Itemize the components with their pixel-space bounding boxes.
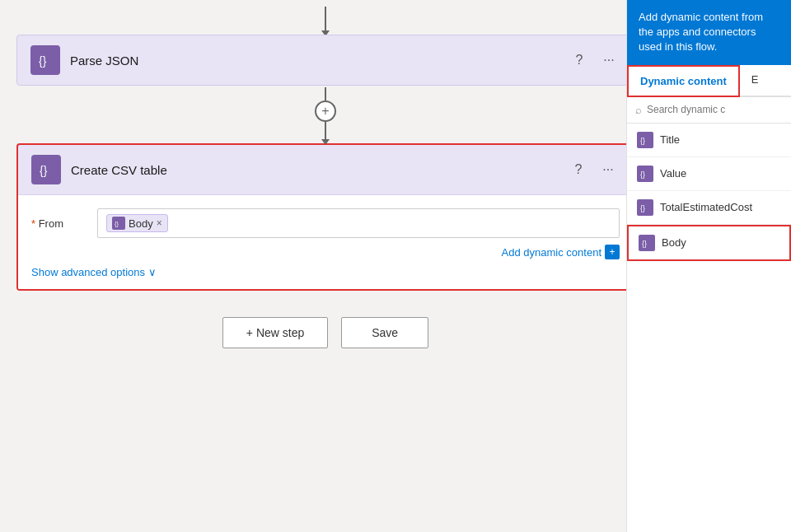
panel-search-box[interactable]: ⌕: [627, 97, 791, 124]
value-item-label: Value: [660, 167, 686, 180]
parse-json-icon: {}: [30, 45, 60, 75]
new-step-label: + New step: [246, 326, 304, 339]
parse-json-actions: ? ···: [568, 49, 620, 72]
required-star: *: [31, 217, 39, 230]
from-label: * From: [31, 217, 97, 230]
right-panel: Add dynamic content from the apps and co…: [626, 0, 791, 532]
title-item-icon: {}: [637, 132, 653, 148]
create-csv-card: {} Create CSV table ? ··· * From: [16, 143, 634, 291]
title-item-label: Title: [660, 133, 680, 146]
panel-item-value[interactable]: {} Value: [627, 157, 791, 191]
chevron-down-icon: ∨: [148, 266, 157, 278]
svg-text:{}: {}: [115, 220, 119, 227]
save-label: Save: [372, 326, 398, 339]
more-icon-csv: ···: [602, 162, 613, 177]
panel-item-title[interactable]: {} Title: [627, 124, 791, 157]
panel-item-totalestimatedcost[interactable]: {} TotalEstimatedCost: [627, 191, 791, 225]
save-button[interactable]: Save: [341, 317, 428, 348]
create-csv-title: Create CSV table: [71, 163, 567, 177]
body-braces-icon-panel: {}: [642, 238, 652, 248]
svg-text:{}: {}: [39, 54, 47, 68]
body-token-close-button[interactable]: ×: [157, 217, 162, 229]
tab-dynamic-content[interactable]: Dynamic content: [627, 65, 740, 97]
connector-line-top: [325, 87, 326, 100]
add-dynamic-content-link[interactable]: Add dynamic content +: [31, 245, 620, 263]
tab-expression[interactable]: E: [740, 65, 770, 97]
body-item-icon: {}: [639, 235, 655, 251]
parse-json-card: {} Parse JSON ? ···: [16, 35, 634, 86]
parse-json-more-button[interactable]: ···: [597, 49, 620, 72]
tab-expression-label: E: [751, 73, 759, 86]
add-dynamic-label: Add dynamic content: [502, 246, 601, 259]
value-braces-icon: {}: [640, 169, 650, 179]
panel-tabs: Dynamic content E: [627, 65, 791, 97]
help-icon-csv: ?: [575, 162, 583, 177]
new-step-button[interactable]: + New step: [222, 317, 328, 348]
connector-line-bottom: [325, 122, 326, 135]
create-csv-body: * From {} Body × Add dynamic cont: [18, 195, 633, 289]
svg-text:{}: {}: [40, 164, 48, 177]
add-step-plus-button[interactable]: +: [315, 100, 336, 122]
create-csv-icon: {}: [31, 155, 61, 184]
panel-banner: Add dynamic content from the apps and co…: [627, 0, 791, 65]
create-csv-braces-icon: {}: [38, 161, 54, 178]
body-item-label: Body: [662, 236, 686, 249]
plus-icon: +: [321, 104, 329, 119]
body-token: {} Body ×: [106, 214, 168, 232]
body-token-icon: {}: [112, 217, 125, 230]
body-braces-icon: {}: [115, 219, 123, 227]
connector-plus: +: [315, 87, 336, 140]
create-csv-help-button[interactable]: ?: [567, 158, 590, 181]
create-csv-header: {} Create CSV table ? ···: [18, 145, 633, 195]
total-braces-icon: {}: [640, 203, 650, 212]
svg-text:{}: {}: [640, 170, 645, 179]
svg-text:{}: {}: [640, 137, 645, 145]
more-icon: ···: [603, 53, 614, 68]
panel-items-list: {} Title {} Value {} TotalEstimatedCost: [627, 124, 791, 532]
svg-text:{}: {}: [640, 204, 645, 212]
panel-item-body[interactable]: {} Body: [627, 225, 791, 261]
svg-text:{}: {}: [642, 240, 647, 248]
body-token-label: Body: [129, 217, 153, 230]
value-item-icon: {}: [637, 166, 653, 182]
tab-dynamic-label: Dynamic content: [640, 75, 727, 87]
total-item-label: TotalEstimatedCost: [660, 201, 752, 213]
from-input-field[interactable]: {} Body ×: [97, 208, 620, 238]
show-advanced-label: Show advanced options: [31, 266, 145, 278]
parse-json-title: Parse JSON: [70, 54, 568, 68]
braces-icon: {}: [37, 52, 54, 68]
total-item-icon: {}: [637, 199, 653, 216]
bottom-actions: + New step Save: [222, 317, 428, 348]
create-csv-more-button[interactable]: ···: [597, 158, 620, 181]
show-advanced-options[interactable]: Show advanced options ∨: [31, 266, 157, 278]
from-text: From: [39, 217, 63, 230]
title-braces-icon: {}: [640, 135, 650, 145]
search-icon: ⌕: [635, 104, 642, 116]
panel-banner-text: Add dynamic content from the apps and co…: [639, 11, 763, 53]
create-csv-actions: ? ···: [567, 158, 620, 181]
add-dynamic-plus-icon: +: [605, 245, 620, 259]
top-connector-arrow: [325, 7, 326, 31]
help-icon: ?: [576, 53, 583, 68]
parse-json-help-button[interactable]: ?: [568, 49, 591, 72]
connector-arrow: [325, 135, 326, 140]
search-dynamic-input[interactable]: [647, 104, 783, 115]
from-row: * From {} Body ×: [31, 208, 620, 238]
main-canvas: {} Parse JSON ? ··· + {} C: [0, 0, 651, 532]
